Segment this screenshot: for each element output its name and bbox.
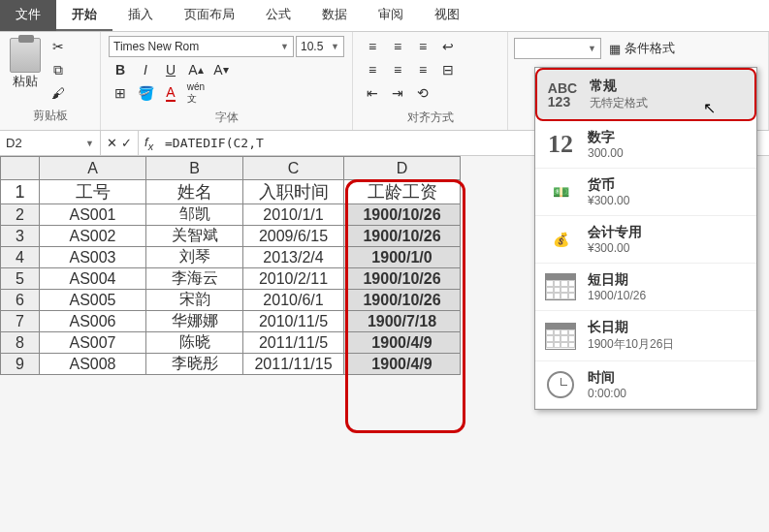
cell[interactable]: 1900/10/26 [344,226,461,247]
format-shortdate[interactable]: 短日期 1900/10/26 [535,264,756,311]
cell[interactable]: 2011/11/15 [243,354,344,375]
cell[interactable]: 姓名 [146,180,243,204]
align-middle-button[interactable]: ≡ [386,36,409,57]
align-right-button[interactable]: ≡ [411,59,434,80]
cell[interactable]: AS001 [40,204,146,226]
col-header-B[interactable]: B [146,157,243,180]
row-header-1[interactable]: 1 [1,180,40,204]
cell[interactable]: 李晓彤 [146,354,243,375]
format-currency[interactable]: 💵 货币 ¥300.00 [535,169,756,216]
row-header[interactable]: 4 [1,247,40,268]
font-size-select[interactable]: 10.5▼ [296,36,344,57]
font-group: Times New Rom▼ 10.5▼ B I U A▴ A▾ ⊞ 🪣 A w… [101,32,353,130]
cell[interactable]: 李海云 [146,268,243,290]
format-time[interactable]: 时间 0:00:00 [535,361,756,409]
cut-button[interactable]: ✂ [47,36,70,57]
grow-font-button[interactable]: A▴ [184,59,208,80]
cell[interactable]: AS007 [40,332,146,354]
cell[interactable]: 2010/6/1 [243,290,344,311]
cell[interactable]: AS003 [40,247,146,268]
col-header-D[interactable]: D [344,157,461,180]
select-all-corner[interactable] [1,157,40,180]
tab-insert[interactable]: 插入 [112,0,169,31]
row-header[interactable]: 8 [1,332,40,354]
format-number-sub: 300.00 [588,146,624,160]
cell[interactable]: 2010/1/1 [243,204,344,226]
cell[interactable]: 2013/2/4 [243,247,344,268]
row-header[interactable]: 3 [1,226,40,247]
orientation-button[interactable]: ⟲ [411,82,434,104]
cell[interactable]: 关智斌 [146,226,243,247]
tab-review[interactable]: 审阅 [363,0,419,31]
fx-icon[interactable]: fx [139,135,159,152]
bold-button[interactable]: B [109,59,132,80]
align-left-button[interactable]: ≡ [361,59,384,80]
format-longdate[interactable]: 长日期 1900年10月26日 [535,311,756,361]
phonetic-button[interactable]: wén文 [184,82,208,104]
cell[interactable]: 1900/4/9 [344,354,461,375]
indent-decrease-button[interactable]: ⇤ [361,82,384,104]
copy-button[interactable]: ⧉ [47,59,70,80]
cell[interactable]: 2010/11/5 [243,311,344,332]
underline-button[interactable]: U [159,59,182,80]
merge-button[interactable]: ⊟ [436,59,460,80]
align-center-button[interactable]: ≡ [386,59,409,80]
conditional-format-button[interactable]: ▦ 条件格式 [609,40,675,57]
wrap-text-button[interactable]: ↩ [436,36,460,57]
confirm-formula-button[interactable]: ✓ [121,136,132,150]
format-painter-button[interactable]: 🖌 [47,82,70,104]
cell[interactable]: 1900/10/26 [344,204,461,226]
tab-layout[interactable]: 页面布局 [169,0,250,31]
cell[interactable]: 1900/10/26 [344,290,461,311]
indent-increase-button[interactable]: ⇥ [386,82,409,104]
italic-button[interactable]: I [134,59,157,80]
row-header[interactable]: 2 [1,204,40,226]
row-header[interactable]: 9 [1,354,40,375]
cell[interactable]: 2011/11/5 [243,332,344,354]
cell[interactable]: AS002 [40,226,146,247]
align-bottom-button[interactable]: ≡ [411,36,434,57]
cell[interactable]: AS004 [40,268,146,290]
cell[interactable]: AS005 [40,290,146,311]
font-color-button[interactable]: A [159,82,182,104]
cell[interactable]: 刘琴 [146,247,243,268]
format-number[interactable]: 12 数字 300.00 [535,121,756,169]
format-general[interactable]: ABC123 常规 无特定格式 ↖ [535,68,756,121]
format-accounting[interactable]: 💰 会计专用 ¥300.00 [535,216,756,264]
tab-data[interactable]: 数据 [306,0,363,31]
cell[interactable]: 华娜娜 [146,311,243,332]
number-format-select[interactable]: ▼ [514,38,601,59]
cancel-formula-button[interactable]: ✕ [107,136,117,150]
name-box[interactable]: D2▼ [0,131,101,155]
cell[interactable]: 1900/10/26 [344,268,461,290]
accounting-icon: 💰 [543,224,578,255]
font-name-select[interactable]: Times New Rom▼ [109,36,294,57]
paste-button[interactable]: 粘贴 [8,36,43,92]
tab-formula[interactable]: 公式 [250,0,306,31]
col-header-A[interactable]: A [40,157,146,180]
cell[interactable]: 1900/4/9 [344,332,461,354]
row-header[interactable]: 5 [1,268,40,290]
cell[interactable]: 邹凯 [146,204,243,226]
cell[interactable]: 宋韵 [146,290,243,311]
cell[interactable]: 入职时间 [243,180,344,204]
row-header[interactable]: 7 [1,311,40,332]
shrink-font-button[interactable]: A▾ [209,59,233,80]
cell[interactable]: 工号 [40,180,146,204]
cell[interactable]: 1900/1/0 [344,247,461,268]
cell[interactable]: 陈晓 [146,332,243,354]
tab-view[interactable]: 视图 [419,0,475,31]
cell[interactable]: 工龄工资 [344,180,461,204]
tab-home[interactable]: 开始 [56,0,112,31]
tab-file[interactable]: 文件 [0,0,56,31]
cell[interactable]: 2010/2/11 [243,268,344,290]
cell[interactable]: 2009/6/15 [243,226,344,247]
row-header[interactable]: 6 [1,290,40,311]
col-header-C[interactable]: C [243,157,344,180]
border-button[interactable]: ⊞ [109,82,132,104]
align-top-button[interactable]: ≡ [361,36,384,57]
cell[interactable]: 1900/7/18 [344,311,461,332]
fill-color-button[interactable]: 🪣 [134,82,157,104]
cell[interactable]: AS006 [40,311,146,332]
cell[interactable]: AS008 [40,354,146,375]
